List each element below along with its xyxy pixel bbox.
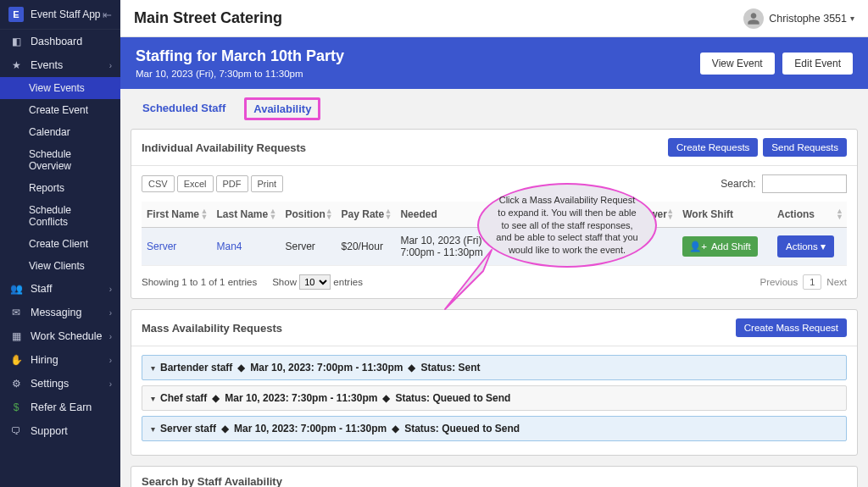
col-actions[interactable]: Actions▲▼ — [772, 202, 847, 228]
export-excel-button[interactable]: Excel — [177, 175, 214, 192]
next-page-button[interactable]: Next — [826, 277, 847, 287]
sidebar-item-support[interactable]: 🗨 Support — [0, 419, 120, 443]
tab-availability[interactable]: Availability — [244, 97, 320, 120]
mass-row-time: Mar 10, 2023: 7:00pm - 11:30pm — [234, 423, 387, 434]
export-pdf-button[interactable]: PDF — [216, 175, 248, 192]
chevron-right-icon: › — [109, 356, 112, 365]
avatar[interactable] — [743, 8, 764, 29]
send-requests-button[interactable]: Send Requests — [763, 138, 847, 157]
caret-down-icon[interactable]: ▾ — [850, 14, 854, 23]
chevron-right-icon: › — [109, 285, 112, 294]
col-work-shift[interactable]: Work Shift — [677, 202, 772, 228]
app-name: Event Staff App — [31, 8, 103, 20]
mass-row-time: Mar 10, 2023: 7:00pm - 11:30pm — [250, 362, 403, 374]
sidebar-sub-create-event[interactable]: Create Event — [0, 99, 120, 121]
mass-row-name: Chef staff — [160, 392, 207, 404]
showing-text: Showing 1 to 1 of 1 entries — [142, 277, 257, 287]
mass-row-status: Status: Queued to Send — [395, 392, 510, 404]
sidebar-item-staff[interactable]: 👥 Staff › — [0, 277, 120, 301]
dashboard-icon: ◧ — [8, 36, 24, 47]
sidebar-sub-view-clients[interactable]: View Clients — [0, 255, 120, 277]
chevron-right-icon: › — [109, 308, 112, 318]
add-shift-button[interactable]: 👤+Add Shift — [682, 236, 757, 257]
page-header: Staffing for March 10th Party Mar 10, 20… — [120, 37, 868, 89]
content: Scheduled Staff Availability Individual … — [120, 89, 868, 487]
page-size-select[interactable]: 10 — [299, 274, 331, 290]
page-title: Staffing for March 10th Party — [136, 47, 695, 65]
create-mass-request-button[interactable]: Create Mass Request — [736, 318, 847, 337]
sidebar-header: E Event Staff App ⇤ — [0, 0, 120, 30]
tabs: Scheduled Staff Availability — [131, 89, 858, 129]
last-name-link[interactable]: Man4 — [216, 241, 242, 252]
sidebar-sub-schedule-overview[interactable]: Schedule Overview — [0, 143, 120, 177]
mass-row-name: Bartender staff — [160, 362, 232, 374]
mass-request-row-bartender[interactable]: ▾ Bartender staff ◆ Mar 10, 2023: 7:00pm… — [142, 355, 847, 380]
export-print-button[interactable]: Print — [251, 175, 284, 192]
panel-search-availability: Search by Staff Availability Do a system… — [131, 466, 858, 487]
row-actions-button[interactable]: Actions ▾ — [777, 235, 834, 257]
search-input[interactable] — [762, 174, 847, 193]
mass-row-status: Status: Queued to Send — [404, 423, 520, 434]
chevron-right-icon: › — [109, 332, 112, 341]
sidebar-label: Refer & Earn — [31, 401, 112, 413]
sidebar-item-dashboard[interactable]: ◧ Dashboard — [0, 30, 120, 53]
entries-label: entries — [333, 277, 363, 287]
mass-request-row-server[interactable]: ▾ Server staff ◆ Mar 10, 2023: 7:00pm - … — [142, 416, 847, 441]
col-position[interactable]: Position▲▼ — [280, 202, 336, 228]
panel-mass-requests: Mass Availability Requests Create Mass R… — [131, 309, 858, 456]
sidebar-sub-calendar[interactable]: Calendar — [0, 121, 120, 143]
chevron-down-icon: ▾ — [151, 363, 155, 373]
sidebar-sub-reports[interactable]: Reports — [0, 177, 120, 199]
sidebar-label: Hiring — [31, 354, 109, 366]
sidebar-sub-create-client[interactable]: Create Client — [0, 233, 120, 255]
app-logo: E — [8, 7, 24, 22]
prev-page-button[interactable]: Previous — [760, 277, 798, 287]
sidebar-item-work-schedule[interactable]: ▦ Work Schedule › — [0, 324, 120, 348]
sidebar-label: Events — [31, 59, 109, 71]
sidebar-label: Support — [31, 425, 112, 437]
panel-title: Search by Staff Availability — [142, 475, 847, 487]
mass-request-row-chef[interactable]: ▾ Chef staff ◆ Mar 10, 2023: 7:30pm - 11… — [142, 385, 847, 411]
sidebar-label: Settings — [31, 378, 109, 390]
col-pay-rate[interactable]: Pay Rate▲▼ — [337, 202, 396, 228]
help-callout: Click a Mass Availability Request to exp… — [477, 183, 657, 268]
chevron-down-icon: ▾ — [151, 424, 155, 434]
col-last-name[interactable]: Last Name▲▼ — [211, 202, 280, 228]
sidebar-item-hiring[interactable]: ✋ Hiring › — [0, 348, 120, 372]
chevron-right-icon: › — [109, 61, 112, 70]
page-number[interactable]: 1 — [803, 274, 821, 290]
tab-scheduled-staff[interactable]: Scheduled Staff — [136, 97, 232, 120]
sidebar-item-settings[interactable]: ⚙ Settings › — [0, 372, 120, 396]
username[interactable]: Christophe 3551 — [769, 13, 847, 25]
sidebar-sub-schedule-conflicts[interactable]: Schedule Conflicts — [0, 199, 120, 233]
export-csv-button[interactable]: CSV — [142, 175, 175, 192]
sidebar-label: Work Schedule — [31, 330, 109, 342]
sidebar-label: Dashboard — [31, 36, 112, 47]
calendar-icon: ▦ — [8, 330, 24, 342]
dollar-icon: $ — [8, 401, 24, 413]
sidebar-item-messaging[interactable]: ✉ Messaging › — [0, 301, 120, 324]
search-label: Search: — [721, 178, 755, 190]
sidebar-label: Staff — [31, 283, 109, 295]
cell-pay: $20/Hour — [337, 228, 396, 266]
chevron-right-icon: › — [109, 379, 112, 389]
hand-icon: ✋ — [8, 354, 24, 366]
sidebar-sub-view-events[interactable]: View Events — [0, 77, 120, 99]
view-event-button[interactable]: View Event — [700, 53, 775, 75]
chat-icon: 🗨 — [8, 425, 24, 437]
show-label: Show — [272, 277, 297, 287]
gear-icon: ⚙ — [8, 378, 24, 390]
sidebar-item-refer[interactable]: $ Refer & Earn — [0, 396, 120, 419]
user-icon — [747, 12, 760, 25]
chevron-down-icon: ▾ — [151, 394, 155, 403]
envelope-icon: ✉ — [8, 307, 24, 318]
panel-title: Mass Availability Requests — [142, 322, 731, 335]
edit-event-button[interactable]: Edit Event — [782, 53, 853, 75]
sidebar-item-events[interactable]: ★ Events › — [0, 53, 120, 77]
first-name-link[interactable]: Server — [147, 241, 176, 252]
collapse-sidebar-icon[interactable]: ⇤ — [103, 8, 112, 21]
col-first-name[interactable]: First Name▲▼ — [142, 202, 211, 228]
mass-row-time: Mar 10, 2023: 7:30pm - 11:30pm — [225, 392, 377, 404]
create-requests-button[interactable]: Create Requests — [668, 138, 758, 157]
panel-title: Individual Availability Requests — [142, 141, 663, 154]
